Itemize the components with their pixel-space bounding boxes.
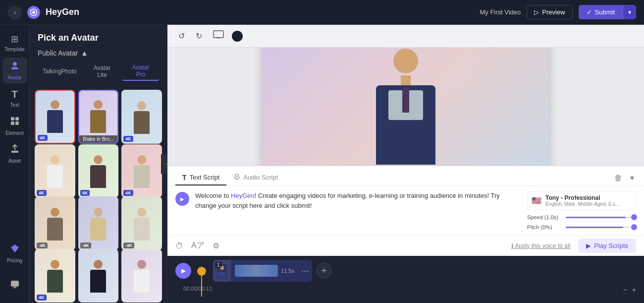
avatar-preview (351, 48, 460, 166)
clip-block-1[interactable]: 11.5s ⋯ 1 (213, 260, 312, 282)
zoom-in-button[interactable]: + (632, 286, 636, 294)
pitch-thumb[interactable] (631, 224, 637, 230)
sidebar-item-avatar[interactable]: Avatar (2, 58, 27, 83)
settings-icon: ⚙ (213, 242, 219, 250)
avatar-grid: 4K ♡ Blake in Bro... (30, 90, 167, 303)
person-neck (401, 75, 411, 85)
avatar-card-10[interactable]: 4K (35, 249, 75, 303)
avatar-image-11 (78, 249, 119, 303)
tab-text-script[interactable]: T Text Script (175, 171, 226, 185)
avatar-image-12 (121, 249, 162, 303)
avatar-badge-9: ·4K (123, 242, 134, 248)
tab-avatar-pro[interactable]: Avatar Pro (122, 62, 159, 81)
svg-point-14 (235, 174, 238, 177)
avatar-badge-1: 4K (38, 135, 48, 141)
sidebar-item-pricing[interactable]: Pricing (2, 241, 27, 266)
script-play-button[interactable]: ▶ (175, 192, 189, 206)
tab-talking-photo[interactable]: TalkingPhoto (38, 62, 82, 81)
avatar-panel-title: Pick an Avatar (38, 33, 159, 43)
script-bottom-bar: ⏱ Aア ⚙ ℹ Apply this voice to all ▶ Play … (167, 235, 644, 256)
play-triangle-icon: ▶ (180, 196, 184, 202)
panel-collapse-handle[interactable]: ‹ (161, 154, 167, 174)
avatar-badge-10: 4K (37, 295, 47, 301)
add-clip-icon: + (322, 266, 327, 276)
preview-button[interactable]: ▷ Preview (527, 5, 572, 19)
settings-script-button[interactable]: ⚙ (213, 241, 219, 250)
script-text-area[interactable]: Welcome to HeyGen! Create engaging video… (195, 191, 521, 230)
avatar-card-1[interactable]: 4K (35, 90, 75, 144)
canvas-frame: ↻ (262, 48, 549, 166)
avatar-badge-6: 4K (123, 190, 133, 196)
sidebar-item-pricing-label: Pricing (7, 258, 22, 263)
sidebar-item-chat[interactable] (2, 272, 27, 298)
undo-button[interactable]: ↺ (175, 29, 188, 43)
voice-selector[interactable]: 🇺🇸 Tony - Professional English, Male, Mi… (527, 191, 636, 210)
asset-upload-icon (10, 144, 20, 156)
avatar-figure (361, 49, 450, 166)
avatar-card-2[interactable]: ♡ Blake in Bro... (78, 90, 119, 144)
sidebar-item-text[interactable]: T Text (2, 85, 27, 111)
submit-button[interactable]: ✓ Submit (579, 5, 623, 19)
avatar-panel: Pick an Avatar Public Avatar ▲ TalkingPh… (30, 25, 167, 303)
avatar-card-6[interactable]: 4K (121, 144, 162, 198)
avatar-badge-7: ·4K (37, 242, 48, 248)
video-title: My First Video (480, 8, 521, 16)
expand-script-button[interactable]: ▾ (628, 171, 636, 184)
svg-rect-3 (11, 117, 14, 121)
avatar-card-3[interactable]: 4K (121, 90, 162, 144)
speed-slider[interactable] (566, 217, 636, 218)
nav-right: My First Video ▷ Preview ✓ Submit ▾ (480, 5, 636, 19)
translate-button[interactable]: Aア (191, 241, 205, 251)
avatar-card-4[interactable]: 4K (35, 144, 75, 198)
zoom-out-button[interactable]: − (623, 286, 627, 294)
heygen-link[interactable]: HeyGen (231, 192, 255, 199)
pitch-slider[interactable] (566, 227, 636, 228)
tab-audio-script[interactable]: Audio Script (226, 170, 285, 185)
add-clip-button[interactable]: + (316, 263, 332, 279)
redo-icon: ↻ (196, 32, 202, 40)
undo-icon: ↺ (178, 32, 185, 40)
app-title: HeyGen (46, 7, 79, 17)
audio-script-icon (233, 173, 240, 182)
clip-more-options[interactable]: ⋯ (298, 266, 312, 276)
element-icon (10, 116, 20, 128)
voice-info: Tony - Professional English, Male, Middl… (545, 194, 632, 207)
back-button[interactable]: ‹ (8, 5, 22, 19)
submit-dropdown-button[interactable]: ▾ (623, 5, 636, 19)
template-icon: ⊞ (11, 34, 18, 45)
translate-icon: Aア (191, 241, 205, 249)
timeline-time-display: 00:00/00:11 (175, 286, 220, 294)
play-scripts-button[interactable]: ▶ Play Scripts (578, 239, 636, 253)
expand-icon: ▾ (630, 174, 634, 182)
avatar-card-11[interactable] (78, 249, 119, 303)
timeline-play-button[interactable]: ▶ (175, 263, 191, 279)
avatar-card-9[interactable]: ·4K (121, 196, 162, 250)
avatar-card-12[interactable] (121, 249, 162, 303)
main-layout: ⊞ Template Avatar T Text (0, 25, 644, 303)
svg-rect-7 (11, 151, 18, 153)
apply-voice-button[interactable]: ℹ Apply this voice to all (511, 242, 571, 249)
timeline-track: 1 11. (197, 260, 636, 282)
preview-play-icon: ▷ (534, 8, 539, 16)
tab-avatar-lite[interactable]: Avatar Lite (84, 62, 120, 81)
background-color-button[interactable] (232, 31, 243, 42)
speed-fill (566, 217, 626, 218)
delete-script-button[interactable]: 🗑 (612, 172, 624, 184)
delete-icon: 🗑 (614, 174, 622, 182)
voice-panel: 🇺🇸 Tony - Professional English, Male, Mi… (527, 191, 636, 230)
script-text-before-link: Welcome to (195, 192, 231, 199)
aspect-ratio-button[interactable] (210, 28, 227, 44)
redo-button[interactable]: ↻ (193, 29, 205, 43)
timeline: ▶ 1 (167, 256, 644, 303)
info-icon: ℹ (511, 242, 514, 249)
timer-button[interactable]: ⏱ (175, 242, 183, 250)
speed-thumb[interactable] (631, 214, 637, 220)
avatar-card-5[interactable]: 4K (78, 144, 119, 198)
heart-icon-2: ♡ (109, 93, 115, 101)
sidebar-item-asset[interactable]: Asset (2, 141, 27, 167)
sidebar-item-element[interactable]: Element (2, 113, 27, 139)
sidebar-item-template[interactable]: ⊞ Template (2, 30, 27, 56)
avatar-card-7[interactable]: ·4K (35, 196, 75, 250)
avatar-icon (10, 61, 20, 73)
avatar-card-8[interactable]: ·4K (78, 196, 119, 250)
